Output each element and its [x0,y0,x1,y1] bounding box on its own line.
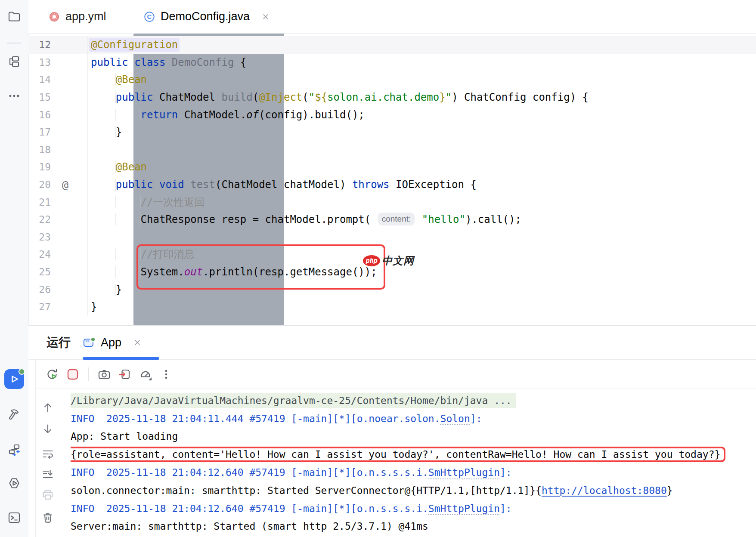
tab-democonfig-java[interactable]: C DemoConfig.java [143,0,270,33]
console-token: {role=assistant, content='Hello! How can… [71,449,720,460]
editor-tab-bar: app.yml C DemoConfig.java [28,0,756,34]
services-icon[interactable] [7,443,21,457]
yaml-donut-icon [48,11,60,23]
code-line-text: } [88,281,756,298]
build-hammer-icon[interactable] [7,407,21,421]
stop-icon[interactable] [66,367,80,381]
clear-trash-icon[interactable] [41,511,54,524]
close-icon[interactable] [262,13,270,21]
line-number: 15 [28,92,51,103]
code-token: IOException { [390,179,477,191]
close-icon[interactable] [133,339,141,346]
editor-gutter: 15 [28,89,88,106]
console-line-text: INFO 2025-11-18 21:04:12.640 #57419 [-ma… [71,467,512,478]
code-line-text: System.out.println(resp.getMessage()); [88,263,756,281]
console-link[interactable]: http://localhost:8080 [542,485,667,496]
run-toolbar [36,360,756,389]
code-token: throws [352,179,390,191]
run-toolwindow-button[interactable] [4,369,24,389]
code-line-text [88,228,756,246]
arrow-down-icon[interactable] [41,423,54,435]
exit-icon[interactable] [118,367,132,381]
editor-gutter: 13 [28,54,88,71]
editor-gutter: 25 [28,263,88,281]
gauge-icon[interactable] [139,367,152,381]
code-line-text: //一次性返回 [88,193,756,211]
editor-gutter: 23 [28,228,88,246]
camera-icon[interactable] [97,367,111,381]
run-panel-header: 运行 App [28,326,756,360]
arrow-up-icon[interactable] [41,401,54,414]
code-token: System. [141,266,184,278]
console-token: ]: [500,503,512,514]
editor-gutter: 21 [28,193,88,211]
code-line-text: } [88,298,756,316]
line-number: 26 [28,284,51,295]
tab-app-run[interactable]: App [83,326,141,359]
line-number: 22 [28,214,51,225]
line-number: 19 [28,161,51,173]
editor-gutter: 14 [28,71,88,89]
line-number: 18 [28,144,51,155]
code-line: 14 @Bean [28,71,756,89]
editor-gutter: 19 [28,158,88,176]
code-token: build [221,91,252,103]
line-number: 23 [28,231,51,243]
line-number: 12 [28,39,51,50]
line-number: 27 [28,301,51,312]
code-token: " [309,91,315,103]
tab-app-yml[interactable]: app.yml [48,0,106,33]
java-class-icon: C [143,11,155,23]
rerun-icon[interactable] [45,367,59,381]
svg-text:C: C [147,13,152,20]
running-indicator-dot [19,368,25,375]
stripe-divider [7,43,22,43]
editor-gutter: 20@ [28,176,88,194]
tab-label: app.yml [65,10,106,23]
editor-gutter: 12 [28,36,88,54]
console-token: ]: [500,467,512,478]
editor-gutter: 17 [28,123,88,141]
code-line: 18 [28,141,756,159]
console-line-text: solon.connector:main: smarthttp: Started… [71,485,673,496]
code-token: test [190,179,215,191]
soft-wrap-icon[interactable] [41,448,54,460]
code-editor[interactable]: 12@Configuration13public class DemoConfi… [28,34,756,325]
console-token: /Library/Java/JavaVirtualMachines/graalv… [71,395,512,406]
code-token: @Inject [259,91,302,103]
inlay-hint: content: [378,213,415,225]
console-line-text: INFO 2025-11-18 21:04:12.640 #57419 [-ma… [71,503,512,514]
run-panel-body: /Library/Java/JavaVirtualMachines/graalv… [35,360,756,537]
run-anything-hexagon-icon[interactable] [7,476,21,490]
code-token [91,266,141,278]
console-line: Server:main: smarthttp: Started (smart h… [71,518,756,536]
console-area: /Library/Java/JavaVirtualMachines/graalv… [36,389,756,537]
code-token: @Configuration [89,38,180,52]
structure-icon[interactable] [7,55,21,68]
code-token: ( [302,91,308,103]
print-icon[interactable] [41,488,54,501]
code-token: //打印消息 [141,247,195,261]
code-line: 24 //打印消息 [28,246,756,263]
code-token [91,213,141,225]
more-vertical-icon[interactable] [159,367,173,381]
code-token: ChatModel. [184,109,247,121]
console-line: solon.connector:main: smarthttp: Started… [71,481,756,500]
console-output[interactable]: /Library/Java/JavaVirtualMachines/graalv… [71,389,756,537]
scroll-to-end-icon[interactable] [41,468,54,481]
terminal-icon[interactable] [7,511,21,525]
line-number: 25 [28,266,51,278]
console-token: ]: [470,413,482,424]
code-line-text [88,141,756,159]
code-token [91,196,141,208]
code-token: } [116,126,122,138]
code-line: 27} [28,298,756,316]
code-token: ).call(); [465,213,521,225]
more-tools-icon[interactable] [7,89,21,103]
code-line: 13public class DemoConfig { [28,54,756,71]
code-line: 12@Configuration [28,36,756,54]
project-folder-icon[interactable] [7,9,21,23]
console-token: INFO 2025-11-18 21:04:12.640 #57419 [-ma… [71,503,428,514]
code-line-text: @Bean [88,71,756,89]
annotation-gutter-icon[interactable]: @ [51,179,87,191]
